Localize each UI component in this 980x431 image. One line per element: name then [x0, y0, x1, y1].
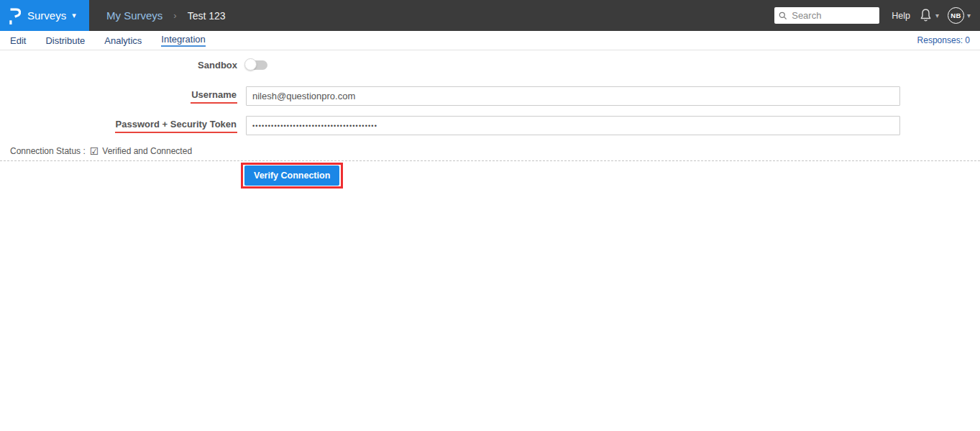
tab-distribute[interactable]: Distribute	[45, 35, 85, 46]
chevron-down-icon: ▾	[72, 11, 76, 20]
connection-status: Connection Status : ☑ Verified and Conne…	[0, 145, 980, 157]
dashed-divider	[0, 160, 980, 161]
connection-status-label: Connection Status :	[10, 146, 86, 156]
survey-tabbar: Edit Distribute Analytics Integration Re…	[0, 31, 980, 50]
password-row: Password + Security Token	[0, 116, 900, 135]
search-icon	[779, 12, 787, 20]
notifications-caret-icon[interactable]: ▾	[935, 12, 939, 19]
search-box[interactable]	[774, 7, 879, 24]
button-area: Verify Connection	[0, 163, 980, 189]
annotation-highlight-box: Verify Connection	[241, 163, 343, 189]
username-input[interactable]	[246, 86, 900, 106]
breadcrumb-current: Test 123	[188, 10, 226, 22]
search-input[interactable]	[790, 9, 875, 22]
help-link[interactable]: Help	[892, 11, 910, 21]
username-label: Username	[0, 89, 237, 104]
topbar-actions: Help ▾ NB ▾	[774, 7, 980, 24]
top-navbar: Surveys ▾ My Surveys › Test 123 Help ▾ N…	[0, 0, 980, 31]
sandbox-row: Sandbox	[0, 60, 900, 71]
responses-count[interactable]: Responses: 0	[917, 35, 970, 45]
password-label: Password + Security Token	[0, 119, 237, 133]
breadcrumb-my-surveys[interactable]: My Surveys	[106, 9, 162, 22]
toggle-knob	[244, 58, 257, 71]
breadcrumb: My Surveys › Test 123	[106, 9, 226, 22]
username-row: Username	[0, 86, 900, 106]
checked-checkbox-icon: ☑	[90, 145, 99, 157]
chevron-right-icon: ›	[173, 10, 176, 21]
tab-analytics[interactable]: Analytics	[104, 35, 142, 46]
sandbox-toggle[interactable]	[246, 60, 267, 70]
account-caret-icon[interactable]: ▾	[967, 12, 971, 19]
verify-connection-button[interactable]: Verify Connection	[244, 165, 339, 186]
integration-panel: Sandbox Username Password + Security Tok…	[0, 50, 980, 189]
notifications-bell-icon[interactable]	[919, 8, 933, 23]
sandbox-label: Sandbox	[0, 60, 237, 71]
password-input[interactable]	[246, 116, 900, 135]
questionpro-logo-icon	[9, 6, 21, 25]
product-label: Surveys	[27, 9, 66, 22]
avatar[interactable]: NB	[948, 7, 964, 24]
product-switcher[interactable]: Surveys ▾	[0, 0, 89, 31]
connection-status-value: Verified and Connected	[102, 146, 192, 156]
tab-integration[interactable]: Integration	[161, 34, 205, 47]
tab-edit[interactable]: Edit	[10, 35, 26, 46]
